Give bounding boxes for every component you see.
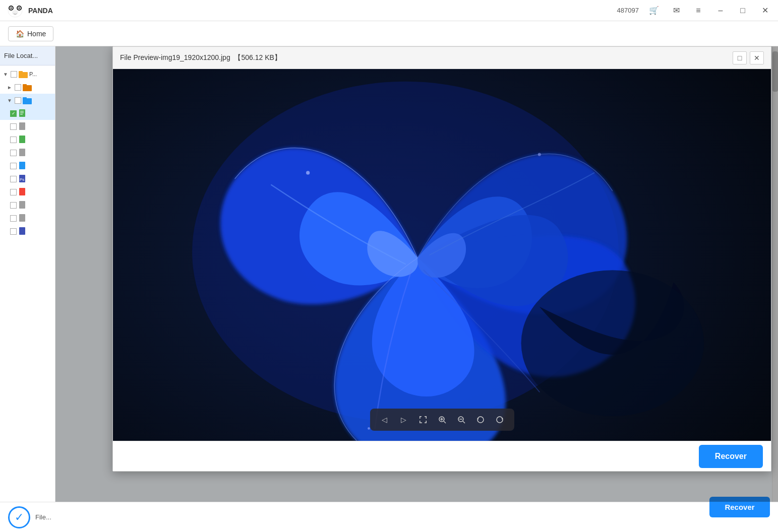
file-tree[interactable]: ▼ P... ► [0,65,55,502]
preview-filename: File Preview-img19_1920x1200.jpg [120,53,230,61]
zoom-in-button[interactable] [435,413,450,427]
tree-file-check8[interactable] [10,202,17,209]
svg-point-31 [538,153,541,156]
tree-file-check7[interactable] [10,189,17,195]
tree-file-check5[interactable] [10,163,17,169]
rotate-left-button[interactable] [473,413,488,427]
file-location-label: File Locat... [4,52,38,59]
svg-rect-9 [19,71,23,73]
tree-item-label: P... [29,71,37,77]
svg-rect-27 [19,227,25,235]
svg-point-6 [19,7,20,9]
prev-image-button[interactable]: ◁ [377,413,392,427]
main-content: File Locat... ▼ P... ► [0,46,778,502]
title-bar: PANDA 487097 🛒 ✉ ≡ – □ ✕ [0,0,778,21]
preview-maximize-button[interactable]: □ [733,51,747,64]
file-icon-4 [18,149,27,157]
preview-recover-button[interactable]: Recover [699,445,763,468]
zoom-out-button[interactable] [454,413,469,427]
folder-icon-orange2 [23,83,32,91]
svg-line-39 [463,421,465,423]
preview-recover-area: Recover [113,441,771,471]
tree-item-child2[interactable]: ▼ [0,94,55,107]
tree-file-check6[interactable] [10,176,17,182]
tree-file-3[interactable] [0,133,55,146]
right-panel: 3b8c4... i4d14... 9ce25... i4i28... File… [55,46,778,502]
wallpaper-svg [113,69,771,441]
svg-line-35 [444,421,446,423]
tree-file-5[interactable] [0,159,55,172]
title-bar-right: 487097 🛒 ✉ ≡ – □ ✕ [617,4,772,18]
svg-rect-20 [19,149,25,156]
file-icon-7 [18,188,27,196]
svg-text:Ps: Ps [20,177,24,182]
folder-icon-blue [23,96,32,104]
app-logo [6,4,24,18]
svg-rect-21 [19,162,25,169]
tree-file-check4[interactable] [10,150,17,156]
preview-title-text: File Preview-img19_1920x1200.jpg 【506.12… [120,53,281,62]
close-button[interactable]: ✕ [758,4,772,18]
mail-icon-btn[interactable]: ✉ [669,4,683,18]
left-panel: File Locat... ▼ P... ► [0,46,55,502]
tree-file-6[interactable]: Ps [0,172,55,185]
file-icon-2 [18,122,27,130]
bottom-left: ✓ File... [8,506,51,528]
file-icon-5 [18,162,27,170]
file-icon-8 [18,201,27,209]
preview-title-bar: File Preview-img19_1920x1200.jpg 【506.12… [113,47,771,69]
app-name-text: PANDA [28,7,53,15]
svg-rect-16 [20,112,24,113]
file-icon-9 [18,214,27,222]
tree-file-check10[interactable] [10,228,17,235]
tree-checkbox-2[interactable] [15,84,21,91]
cart-icon-btn[interactable]: 🛒 [647,4,661,18]
file-location-bar: File Locat... [0,46,55,65]
svg-rect-18 [19,122,25,130]
svg-point-30 [306,171,310,174]
tree-file-selected[interactable]: ✓ [0,107,55,120]
tree-file-10[interactable] [0,225,55,238]
toolbar: 🏠 Home [0,21,778,46]
folder-icon-orange [19,70,28,78]
tree-checkbox-root[interactable] [11,71,17,78]
svg-rect-17 [20,114,23,115]
svg-rect-24 [19,188,25,195]
bottom-status-text: File... [35,513,51,521]
home-label: Home [27,30,46,38]
tree-file-4[interactable] [0,146,55,159]
home-button[interactable]: 🏠 Home [8,26,53,41]
file-icon-ps: Ps [18,175,27,183]
svg-point-33 [521,270,704,416]
checkmark-icon: ✓ [15,511,24,524]
tree-file-check2[interactable] [10,123,17,130]
rotate-right-button[interactable] [492,413,507,427]
tree-file-check3[interactable] [10,137,17,143]
svg-rect-26 [19,214,25,222]
tree-file-check1[interactable]: ✓ [10,110,17,117]
tree-expand-icon2: ► [7,85,13,90]
tree-file-check9[interactable] [10,215,17,222]
svg-rect-15 [20,111,24,112]
file-icon-3 [18,136,27,144]
tree-file-2[interactable] [0,120,55,133]
svg-point-5 [11,7,12,9]
next-image-button[interactable]: ▷ [396,413,411,427]
preview-close-button[interactable]: ✕ [750,51,764,64]
maximize-button[interactable]: □ [736,4,750,18]
svg-rect-13 [23,97,27,99]
tree-file-9[interactable] [0,212,55,225]
menu-icon-btn[interactable]: ≡ [691,4,705,18]
preview-overlay: File Preview-img19_1920x1200.jpg 【506.12… [55,46,778,502]
svg-rect-19 [19,136,25,143]
tree-checkbox-3[interactable] [15,97,21,104]
tree-file-7[interactable] [0,185,55,198]
tree-item-root[interactable]: ▼ P... [0,68,55,81]
fullscreen-button[interactable] [415,413,431,427]
tree-expand-icon3: ▼ [7,98,13,103]
svg-rect-11 [23,84,27,86]
tree-file-8[interactable] [0,198,55,212]
account-number: 487097 [617,7,639,14]
tree-item-child1[interactable]: ► [0,81,55,94]
minimize-button[interactable]: – [713,4,728,18]
